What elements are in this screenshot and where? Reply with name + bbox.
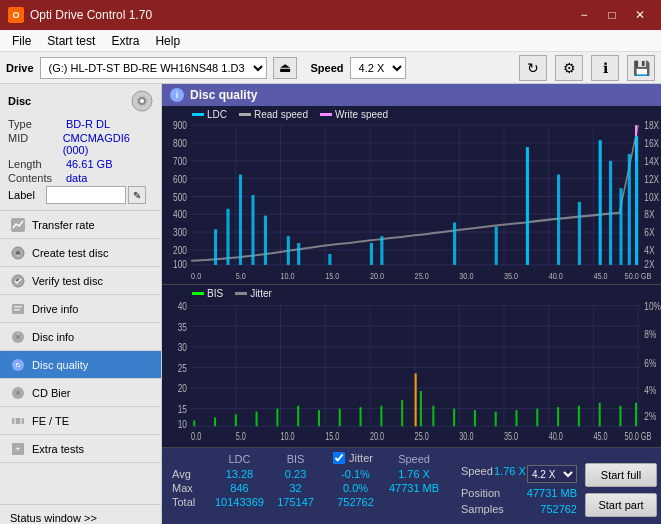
cd-bier-icon — [10, 385, 26, 401]
legend-ldc-label: LDC — [207, 109, 227, 120]
svg-rect-12 — [14, 309, 20, 311]
drive-toolbar: Drive (G:) HL-DT-ST BD-RE WH16NS48 1.D3 … — [0, 52, 661, 84]
settings-button[interactable]: ⚙ — [555, 55, 583, 81]
svg-rect-139 — [235, 415, 237, 427]
svg-text:+: + — [15, 444, 20, 454]
legend-write-speed-label: Write speed — [335, 109, 388, 120]
bottom-stats: LDC BIS Jitter Speed Avg — [162, 448, 661, 524]
chart1-legend: LDC Read speed Write speed — [192, 109, 388, 120]
svg-text:5.0: 5.0 — [236, 270, 246, 281]
sidebar-item-fe-te[interactable]: FE / TE — [0, 407, 161, 435]
speed-header: Speed — [382, 451, 446, 467]
refresh-button[interactable]: ↻ — [519, 55, 547, 81]
svg-text:16X: 16X — [644, 137, 659, 149]
sidebar-item-drive-info[interactable]: Drive info — [0, 295, 161, 323]
svg-text:+: + — [16, 252, 20, 258]
svg-text:8%: 8% — [644, 328, 656, 341]
svg-rect-92 — [609, 161, 612, 265]
sidebar-item-label-cd-bier: CD Bier — [32, 387, 71, 399]
svg-text:800: 800 — [173, 137, 187, 149]
svg-point-20 — [16, 391, 20, 395]
buttons-area: Start full Start part — [581, 448, 661, 524]
speed-display: 1.76 X — [494, 465, 526, 483]
eject-button[interactable]: ⏏ — [273, 57, 297, 79]
save-button[interactable]: 💾 — [627, 55, 655, 81]
svg-text:i: i — [17, 330, 18, 336]
menu-help[interactable]: Help — [147, 32, 188, 50]
minimize-button[interactable]: − — [571, 4, 597, 26]
sidebar-item-label-drive-info: Drive info — [32, 303, 78, 315]
svg-text:6X: 6X — [644, 226, 655, 238]
svg-rect-90 — [578, 202, 581, 265]
svg-text:12X: 12X — [644, 173, 659, 185]
sidebar-item-label-extra-tests: Extra tests — [32, 443, 84, 455]
label-edit-button[interactable]: ✎ — [128, 186, 146, 204]
sidebar-item-verify-test-disc[interactable]: Verify test disc — [0, 267, 161, 295]
chart2-svg: 40 35 30 25 20 15 10 10% 8% 6% 4% 2% 0.0… — [162, 285, 661, 447]
svg-rect-82 — [297, 243, 300, 265]
svg-rect-153 — [495, 412, 497, 427]
avg-label: Avg — [168, 467, 208, 481]
svg-text:600: 600 — [173, 173, 187, 185]
disc-icon — [131, 90, 153, 112]
speed-static-label: Speed — [461, 465, 493, 483]
svg-rect-157 — [578, 406, 580, 427]
speed-dropdown[interactable]: 4.2 X — [527, 465, 577, 483]
svg-text:30.0: 30.0 — [459, 430, 473, 442]
svg-text:4X: 4X — [644, 244, 655, 256]
svg-rect-83 — [328, 254, 331, 265]
sidebar-item-label-disc-info: Disc info — [32, 331, 74, 343]
speed-select[interactable]: 4.2 X — [350, 57, 406, 79]
svg-text:20.0: 20.0 — [370, 270, 384, 281]
sidebar-item-create-test-disc[interactable]: + Create test disc — [0, 239, 161, 267]
label-input[interactable] — [46, 186, 126, 204]
svg-rect-143 — [318, 410, 320, 426]
sidebar-item-disc-quality[interactable]: ✓ Disc quality — [0, 351, 161, 379]
samples-label: Samples — [461, 503, 504, 515]
start-full-button[interactable]: Start full — [585, 463, 657, 487]
ldc-header: LDC — [208, 451, 271, 467]
svg-rect-86 — [453, 222, 456, 264]
disc-quality-icon: ✓ — [10, 357, 26, 373]
maximize-button[interactable]: □ — [599, 4, 625, 26]
svg-text:500: 500 — [173, 190, 187, 202]
svg-text:20.0: 20.0 — [370, 430, 384, 442]
svg-rect-79 — [251, 195, 254, 265]
svg-text:400: 400 — [173, 208, 187, 220]
svg-text:40.0: 40.0 — [549, 270, 563, 281]
max-bis: 32 — [271, 481, 320, 495]
fe-te-icon — [10, 413, 26, 429]
sidebar-item-label-verify-test-disc: Verify test disc — [32, 275, 103, 287]
max-label: Max — [168, 481, 208, 495]
transfer-rate-icon — [10, 217, 26, 233]
info-button[interactable]: ℹ — [591, 55, 619, 81]
start-part-button[interactable]: Start part — [585, 493, 657, 517]
total-ldc: 10143369 — [208, 495, 271, 509]
speed-value: 1.76 X — [382, 467, 446, 481]
close-button[interactable]: ✕ — [627, 4, 653, 26]
mid-label: MID — [8, 132, 63, 156]
drive-select[interactable]: (G:) HL-DT-ST BD-RE WH16NS48 1.D3 — [40, 57, 267, 79]
svg-rect-145 — [360, 407, 362, 426]
jitter-checkbox[interactable] — [333, 452, 345, 464]
svg-rect-91 — [599, 140, 602, 265]
sidebar-item-cd-bier[interactable]: CD Bier — [0, 379, 161, 407]
app-title: Opti Drive Control 1.70 — [30, 8, 152, 22]
nav-items: Transfer rate + Create test disc Verify … — [0, 211, 161, 504]
bis-header: BIS — [271, 451, 320, 467]
sidebar-item-transfer-rate[interactable]: Transfer rate — [0, 211, 161, 239]
menu-start-test[interactable]: Start test — [39, 32, 103, 50]
svg-text:50.0 GB: 50.0 GB — [625, 430, 652, 442]
type-value: BD-R DL — [66, 118, 110, 130]
svg-text:5.0: 5.0 — [236, 430, 246, 442]
svg-text:25.0: 25.0 — [415, 270, 429, 281]
menu-extra[interactable]: Extra — [103, 32, 147, 50]
contents-label: Contents — [8, 172, 66, 184]
type-label: Type — [8, 118, 66, 130]
sidebar-item-extra-tests[interactable]: + Extra tests — [0, 435, 161, 463]
legend-bis: BIS — [192, 288, 223, 299]
svg-rect-155 — [536, 409, 538, 427]
status-window-button[interactable]: Status window >> — [0, 504, 161, 524]
sidebar-item-disc-info[interactable]: i Disc info — [0, 323, 161, 351]
menu-file[interactable]: File — [4, 32, 39, 50]
